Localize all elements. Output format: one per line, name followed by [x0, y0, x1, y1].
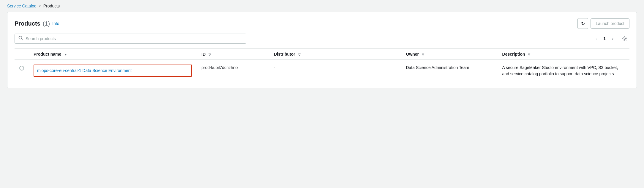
search-row: ‹ 1 ›: [15, 34, 629, 48]
search-input[interactable]: [26, 36, 242, 41]
svg-point-2: [624, 38, 626, 40]
col-header-product-name[interactable]: Product name ▼: [29, 49, 197, 60]
row-id-cell: prod-kuoil7dcnzhno: [197, 60, 269, 82]
row-owner-cell: Data Science Administration Team: [401, 60, 497, 82]
next-page-button[interactable]: ›: [608, 34, 618, 43]
svg-line-1: [22, 39, 23, 40]
row-select-cell: [15, 60, 29, 82]
page-number: 1: [603, 36, 606, 41]
prev-page-button[interactable]: ‹: [591, 34, 601, 43]
breadcrumb-separator: >: [39, 4, 41, 8]
col-header-description[interactable]: Description ▽: [498, 49, 629, 60]
col-header-select: [15, 49, 29, 60]
products-table: Product name ▼ ID ▽ Distributor ▽ Owner …: [15, 48, 629, 82]
sort-distributor-icon: ▽: [298, 53, 301, 56]
product-name-link[interactable]: mlops-core-eu-central-1 Data Science Env…: [34, 65, 192, 77]
refresh-button[interactable]: ↻: [577, 18, 588, 29]
sort-owner-icon: ▽: [422, 53, 424, 56]
settings-button[interactable]: [620, 34, 629, 43]
row-product-name-cell: mlops-core-eu-central-1 Data Science Env…: [29, 60, 197, 82]
sort-id-icon: ▽: [209, 53, 211, 56]
row-description-cell: A secure SageMaker Studio environment wi…: [498, 60, 629, 82]
row-radio-button[interactable]: [19, 66, 24, 70]
panel-title: Products: [15, 20, 40, 27]
row-distributor-value: -: [274, 65, 275, 69]
panel-title-group: Products (1) Info: [15, 20, 59, 27]
launch-product-button[interactable]: Launch product: [591, 18, 629, 29]
table-row: mlops-core-eu-central-1 Data Science Env…: [15, 60, 629, 82]
main-panel: Products (1) Info ↻ Launch product ‹ 1 ›: [7, 12, 637, 88]
table-header-row: Product name ▼ ID ▽ Distributor ▽ Owner …: [15, 49, 629, 60]
panel-count: (1): [43, 20, 50, 27]
breadcrumb-current: Products: [43, 4, 60, 8]
row-id-value: prod-kuoil7dcnzhno: [201, 65, 238, 70]
info-link[interactable]: Info: [52, 21, 59, 26]
pagination-controls: ‹ 1 ›: [591, 34, 629, 43]
row-owner-value: Data Science Administration Team: [406, 65, 469, 70]
breadcrumb-service-catalog[interactable]: Service Catalog: [7, 4, 37, 8]
col-header-id[interactable]: ID ▽: [197, 49, 269, 60]
sort-product-name-icon: ▼: [64, 53, 67, 56]
row-distributor-cell: -: [269, 60, 401, 82]
row-description-value: A secure SageMaker Studio environment wi…: [502, 65, 618, 76]
panel-actions: ↻ Launch product: [577, 18, 629, 29]
sort-description-icon: ▽: [528, 53, 530, 56]
panel-header: Products (1) Info ↻ Launch product: [15, 18, 629, 29]
search-icon: [18, 36, 23, 42]
breadcrumb: Service Catalog > Products: [0, 0, 644, 12]
col-header-distributor[interactable]: Distributor ▽: [269, 49, 401, 60]
col-header-owner[interactable]: Owner ▽: [401, 49, 497, 60]
search-bar[interactable]: [15, 34, 246, 44]
